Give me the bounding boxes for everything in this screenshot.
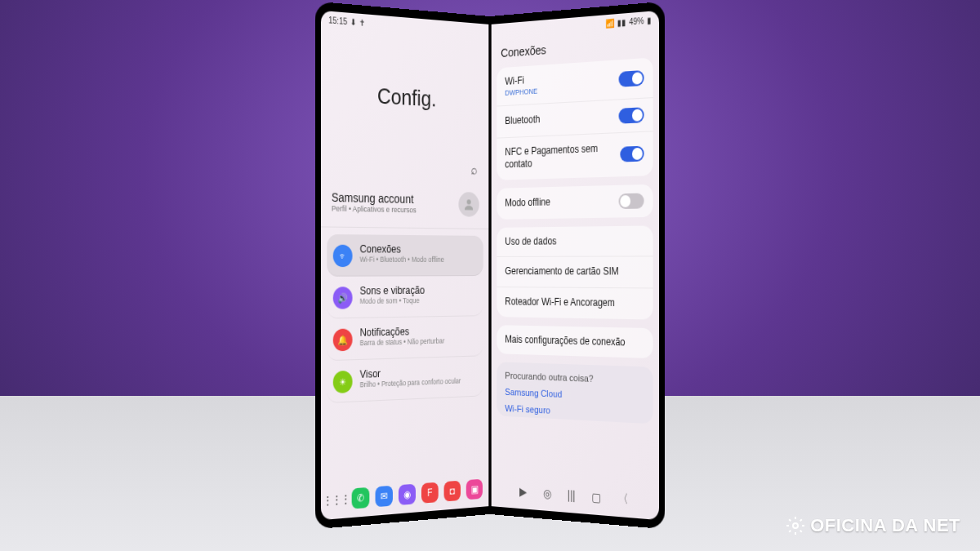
suggestions-card: Procurando outra coisa? Samsung CloudWi-… <box>497 362 653 424</box>
bell-icon: 🔔 <box>333 329 353 352</box>
offline-mode-row[interactable]: Modo offline <box>497 184 653 219</box>
foldable-device: 15:15 ⬇ ✝ Config. ⌕ Samsung account Perf… <box>291 16 689 514</box>
recents-button[interactable]: ||| <box>568 488 576 502</box>
more-settings-card: Mais configurações de conexão <box>497 325 653 358</box>
svg-point-1 <box>467 199 471 204</box>
settings-item-title: Sons e vibração <box>360 285 425 297</box>
settings-item-wifi[interactable]: ᯤConexõesWi-Fi • Bluetooth • Modo offlin… <box>327 234 483 277</box>
signal-icon: ▮▮ <box>617 17 626 27</box>
settings-item-subtitle: Modo de som • Toque <box>360 296 425 305</box>
account-title: Samsung account <box>332 190 416 206</box>
settings-master-pane: 15:15 ⬇ ✝ Config. ⌕ Samsung account Perf… <box>321 11 488 520</box>
chrome-icon[interactable]: ◎ <box>543 487 551 500</box>
connection-links-card: Uso de dadosGerenciamento de cartão SIMR… <box>497 225 653 319</box>
battery-icon: ▮ <box>647 15 652 24</box>
apps-icon[interactable]: ⋮⋮⋮ <box>327 489 345 511</box>
toggle-switch[interactable] <box>619 107 644 123</box>
link-row[interactable]: Uso de dados <box>497 225 653 256</box>
app-dock: ⋮⋮⋮ ✆ ✉ ◉ F ◘ ▣ <box>321 475 488 515</box>
toggle-switch[interactable] <box>619 70 644 87</box>
nav-bar: ▶ ◎ ||| ▢ 〈 <box>492 477 659 515</box>
wifi-icon: ᯤ <box>333 245 353 267</box>
watermark: OFICINA DA NET <box>786 515 960 536</box>
status-icon: ⬇ <box>350 17 356 27</box>
link-row[interactable]: Gerenciamento de cartão SIM <box>497 256 653 288</box>
play-store-icon[interactable]: ▶ <box>519 485 527 499</box>
wifi-status-icon: 📶 <box>605 18 614 28</box>
settings-item-display[interactable]: ☀VisorBrilho • Proteção para conforto oc… <box>327 356 483 403</box>
settings-item-title: Conexões <box>360 243 444 256</box>
settings-item-subtitle: Wi-Fi • Bluetooth • Modo offline <box>360 255 444 264</box>
settings-item-bell[interactable]: 🔔NotificaçõesBarra de status • Não pertu… <box>327 316 483 361</box>
offline-card: Modo offline <box>497 184 653 219</box>
clock: 15:15 <box>328 15 347 25</box>
samsung-account-row[interactable]: Samsung account Perfil • Aplicativos e r… <box>321 180 488 229</box>
search-icon[interactable]: ⌕ <box>471 162 478 177</box>
news-icon[interactable]: F <box>421 482 439 504</box>
page-title: Config. <box>377 82 436 112</box>
settings-detail-pane: 📶 ▮▮ 49% ▮ Conexões Wi-FiDWPHONEBluetoot… <box>492 11 659 520</box>
account-subtitle: Perfil • Aplicativos e recursos <box>332 204 416 214</box>
camera-icon[interactable]: ◘ <box>444 481 461 502</box>
display-icon: ☀ <box>333 371 353 393</box>
back-button[interactable]: 〈 <box>617 491 628 508</box>
battery-percent: 49% <box>629 16 644 26</box>
status-icon: ✝ <box>359 17 365 27</box>
browser-icon[interactable]: ◉ <box>399 484 416 505</box>
sound-icon: 🔊 <box>333 287 353 309</box>
toggle-row[interactable]: NFC e Pagamentos sem contato <box>497 131 653 180</box>
avatar[interactable] <box>458 192 479 217</box>
home-button[interactable]: ▢ <box>591 490 601 504</box>
phone-icon[interactable]: ✆ <box>352 487 370 509</box>
connection-toggles-card: Wi-FiDWPHONEBluetoothNFC e Pagamentos se… <box>497 57 653 180</box>
settings-item-subtitle: Barra de status • Não perturbar <box>360 336 445 347</box>
svg-point-0 <box>793 523 798 528</box>
toggle-switch[interactable] <box>621 146 644 162</box>
offline-toggle[interactable] <box>619 193 644 209</box>
messages-icon[interactable]: ✉ <box>376 486 393 508</box>
settings-item-sound[interactable]: 🔊Sons e vibraçãoModo de som • Toque <box>327 276 483 318</box>
link-row[interactable]: Roteador Wi-Fi e Ancoragem <box>497 287 653 319</box>
more-settings-row[interactable]: Mais configurações de conexão <box>497 325 653 358</box>
gallery-icon[interactable]: ▣ <box>466 479 483 500</box>
